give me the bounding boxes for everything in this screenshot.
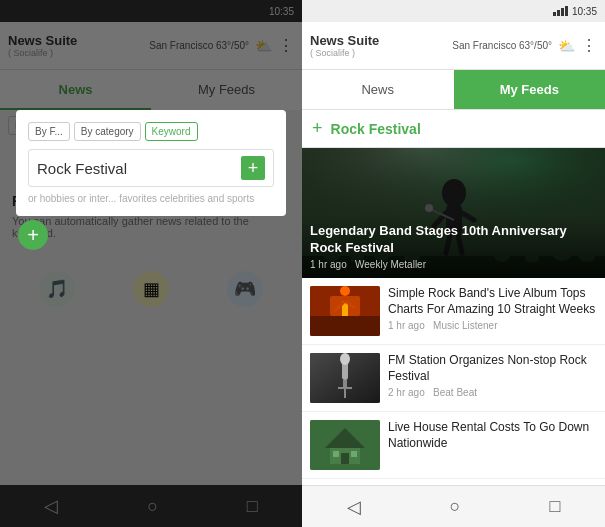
svg-rect-21 [310,316,380,336]
svg-rect-31 [343,380,347,388]
left-dialog: By F... By category Keyword + or hobbies… [16,110,286,216]
left-fab-add[interactable]: + [18,220,48,250]
left-search-row: + [28,149,274,187]
right-thumb-2 [310,420,380,470]
right-thumb-house-img [310,420,380,470]
svg-point-30 [340,353,350,365]
right-thumb-mic-img [310,353,380,403]
svg-point-23 [340,286,350,296]
right-news-source-1: Beat Beat [433,387,477,398]
right-feed-title: Rock Festival [331,121,421,137]
right-feed-plus[interactable]: + [312,118,323,139]
right-news-meta-0: 1 hr ago Music Listener [388,320,597,331]
svg-point-3 [442,179,466,207]
right-news-title-2: Live House Rental Costs To Go Down Natio… [388,420,597,451]
right-hero-source: Weekly Metaller [355,259,426,270]
right-hero-overlay: Legendary Band Stages 10th Anniversary R… [302,215,605,278]
left-dtab-byf[interactable]: By F... [28,122,70,141]
left-keyword-input[interactable] [37,160,241,177]
right-news-text-0: Simple Rock Band's Live Album Tops Chart… [388,286,597,331]
right-app-name: News Suite [310,33,379,48]
right-nav-home[interactable]: ○ [434,490,477,523]
left-dtab-keyword[interactable]: Keyword [145,122,198,141]
right-app-title: News Suite ( Socialife ) [310,33,379,58]
right-news-meta-1: 2 hr ago Beat Beat [388,387,597,398]
svg-rect-39 [351,451,357,457]
right-app-subtitle: ( Socialife ) [310,48,379,58]
left-overlay: + By F... By category Keyword + or hobbi… [0,0,302,527]
right-news-source-0: Music Listener [433,320,497,331]
right-news-title-1: FM Station Organizes Non-stop Rock Festi… [388,353,597,384]
right-news-list: Simple Rock Band's Live Album Tops Chart… [302,278,605,485]
right-tab-bar: News My Feeds [302,70,605,110]
right-hero-meta: 1 hr ago Weekly Metaller [310,259,597,270]
right-thumb-0 [310,286,380,336]
right-weather-info: San Francisco 63°/50° [452,40,552,51]
left-hint-text: or hobbies or inter... favorites celebri… [28,193,274,204]
right-tab-news[interactable]: News [302,70,454,109]
right-news-text-1: FM Station Organizes Non-stop Rock Festi… [388,353,597,398]
right-news-item-0[interactable]: Simple Rock Band's Live Album Tops Chart… [302,278,605,345]
right-weather-icon: ⛅ [558,38,575,54]
right-news-item-1[interactable]: FM Station Organizes Non-stop Rock Festi… [302,345,605,412]
right-news-time-0: 1 hr ago [388,320,425,331]
right-hero-title: Legendary Band Stages 10th Anniversary R… [310,223,597,257]
left-dialog-add-btn[interactable]: + [241,156,265,180]
left-dialog-tabs: By F... By category Keyword [28,122,274,141]
right-more-icon[interactable]: ⋮ [581,36,597,55]
right-thumb-stage-img [310,286,380,336]
right-status-bar: 10:35 [302,0,605,22]
right-time: 10:35 [572,6,597,17]
right-news-item-2[interactable]: Live House Rental Costs To Go Down Natio… [302,412,605,479]
right-news-title-0: Simple Rock Band's Live Album Tops Chart… [388,286,597,317]
right-app-bar: News Suite ( Socialife ) San Francisco 6… [302,22,605,70]
svg-rect-37 [341,453,349,464]
right-nav-back[interactable]: ◁ [331,490,377,524]
right-thumb-1 [310,353,380,403]
right-tab-myfeeds[interactable]: My Feeds [454,70,606,109]
right-hero-image[interactable]: Legendary Band Stages 10th Anniversary R… [302,148,605,278]
right-panel: 10:35 News Suite ( Socialife ) San Franc… [302,0,605,527]
right-hero-time: 1 hr ago [310,259,347,270]
right-signal-icon [553,6,568,16]
left-panel: 10:35 News Suite ( Socialife ) San Franc… [0,0,302,527]
right-app-bar-right: San Francisco 63°/50° ⛅ ⋮ [452,36,597,55]
left-dtab-bycategory[interactable]: By category [74,122,141,141]
right-nav-recent[interactable]: □ [534,490,577,523]
right-news-time-1: 2 hr ago [388,387,425,398]
right-feed-header: + Rock Festival [302,110,605,148]
svg-rect-38 [333,451,339,457]
svg-point-10 [425,204,433,212]
right-bottom-nav: ◁ ○ □ [302,485,605,527]
right-news-text-2: Live House Rental Costs To Go Down Natio… [388,420,597,454]
